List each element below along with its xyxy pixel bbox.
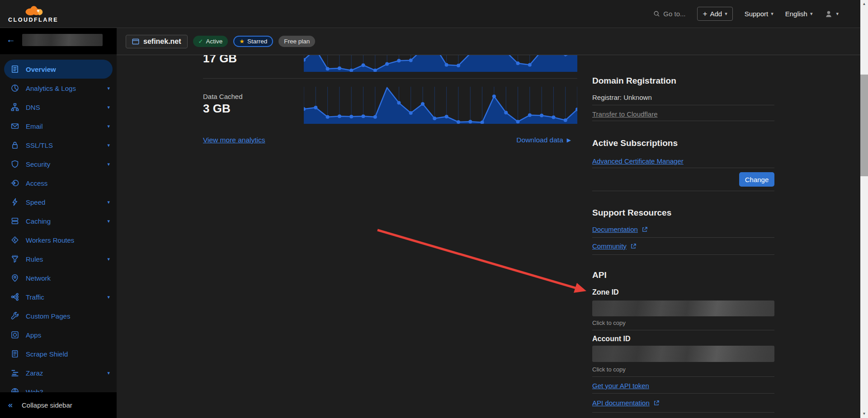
external-link-icon [642,226,648,233]
person-icon [824,10,833,18]
back-arrow-icon[interactable]: ← [6,34,15,45]
collapse-chevrons-icon: « [8,400,13,410]
community-link[interactable]: Community [592,242,637,250]
chevron-down-icon: ▾ [107,218,110,224]
advanced-certificate-manager-link[interactable]: Advanced Certificate Manager [592,157,684,165]
chevron-down-icon: ▾ [771,11,774,17]
sidebar-item-zaraz[interactable]: Zaraz▾ [0,363,117,382]
cloudflare-logo-text: CLOUDFLARE [8,17,58,23]
divider [592,191,774,191]
sidebar-item-label: Custom Pages [26,312,70,320]
account-id-label: Account ID [592,335,630,343]
funnel-icon [11,255,19,263]
sidebar-item-workers-routes[interactable]: Workers Routes [0,230,117,249]
account-menu[interactable]: ▾ [824,10,839,18]
sidebar-item-custom-pages[interactable]: Custom Pages [0,306,117,325]
sidebar-zone-header: ← [0,28,117,54]
divider [592,376,774,377]
divider [592,393,774,394]
main-content: 17 GB Data Cached 3 GB View more analyti… [117,55,860,418]
collapse-sidebar-label: Collapse sidebar [22,401,72,409]
cloudflare-logo[interactable]: CLOUDFLARE [8,5,58,23]
zone-selector[interactable]: sefinek.net [126,35,188,48]
transfer-to-cloudflare-link[interactable]: Transfer to Cloudflare [592,110,658,118]
get-api-token-link[interactable]: Get your API token [592,382,649,390]
sidebar-item-label: Overview [26,66,56,73]
view-more-analytics-link[interactable]: View more analytics [203,136,265,144]
sidebar-item-email[interactable]: Email▾ [0,117,117,136]
domain-registration-title: Domain Registration [592,76,676,86]
document-icon [11,350,19,358]
right-column: Domain Registration Registrar: Unknown T… [592,55,774,418]
branch-icon [11,293,19,301]
page-scrollbar[interactable]: ▲ ▼ [860,0,868,418]
external-link-icon [653,400,660,406]
chevron-down-icon: ▾ [725,11,727,17]
scroll-up-icon[interactable]: ▲ [860,2,868,6]
download-data-link[interactable]: Download data ▶ [516,136,571,144]
top-bar: CLOUDFLARE Go to... + Add ▾ Support ▾ En… [0,0,860,28]
sidebar-item-traffic[interactable]: Traffic▾ [0,287,117,306]
sidebar-item-rules[interactable]: Rules▾ [0,249,117,268]
sidebar-nav: OverviewAnalytics & Logs▾DNS▾Email▾SSL/T… [0,54,117,401]
data-cached-chart [304,87,577,124]
sidebar: ← OverviewAnalytics & Logs▾DNS▾Email▾SSL… [0,28,117,418]
shield-icon [11,160,19,168]
sidebar-item-analytics-logs[interactable]: Analytics & Logs▾ [0,79,117,98]
sidebar-item-label: Traffic [26,293,44,301]
sidebar-item-dns[interactable]: DNS▾ [0,98,117,117]
star-icon: ★ [239,38,245,45]
active-subscriptions-title: Active Subscriptions [592,138,678,148]
language-menu[interactable]: English ▾ [785,10,813,18]
sidebar-item-apps[interactable]: Apps [0,325,117,344]
registrar-text: Registrar: Unknown [592,94,652,101]
sidebar-item-label: Network [26,274,51,282]
divider [592,412,774,413]
zone-id-value-redacted[interactable] [592,301,774,316]
scrollbar-thumb[interactable] [860,75,868,176]
sidebar-item-label: Speed [26,198,45,206]
sidebar-item-caching[interactable]: Caching▾ [0,211,117,230]
sidebar-item-speed[interactable]: Speed▾ [0,193,117,211]
zone-domain: sefinek.net [143,38,181,46]
sidebar-item-ssl-tls[interactable]: SSL/TLS▾ [0,136,117,155]
sidebar-item-label: Scrape Shield [26,350,68,358]
support-menu[interactable]: Support ▾ [745,10,774,18]
sidebar-item-access[interactable]: Access [0,174,117,193]
go-to-search[interactable]: Go to... [653,10,685,18]
api-documentation-link[interactable]: API documentation [592,399,660,407]
sidebar-item-overview[interactable]: Overview [4,60,113,79]
add-label: Add [710,10,722,18]
access-login-icon [11,179,19,187]
sidebar-item-label: Email [26,122,43,130]
zaraz-bars-icon [11,369,19,377]
plus-icon: + [703,11,707,17]
zone-name-redacted [22,34,103,46]
wrench-icon [11,312,19,320]
sidebar-item-label: Apps [26,331,41,339]
starred-badge[interactable]: ★ Starred [233,36,273,47]
change-button[interactable]: Change [739,172,774,187]
api-title: API [592,270,607,280]
documentation-link[interactable]: Documentation [592,225,648,233]
sidebar-item-network[interactable]: Network [0,268,117,287]
divider [592,121,774,121]
divider [203,78,577,79]
sidebar-item-label: Workers Routes [26,236,74,244]
sidebar-item-label: Zaraz [26,369,43,377]
chevron-down-icon: ▾ [107,161,110,167]
sidebar-item-label: Analytics & Logs [26,85,76,92]
play-triangle-icon: ▶ [567,137,571,143]
overview-icon [11,65,19,73]
sidebar-item-scrape-shield[interactable]: Scrape Shield [0,344,117,363]
apps-icon [11,331,19,339]
sidebar-item-label: Caching [26,217,51,225]
collapse-sidebar-button[interactable]: « Collapse sidebar [0,392,117,418]
scroll-down-icon[interactable]: ▼ [860,412,868,416]
zone-id-label: Zone ID [592,288,619,296]
account-id-value-redacted[interactable] [592,346,774,362]
chevron-down-icon: ▾ [107,142,110,148]
add-button[interactable]: + Add ▾ [697,7,732,21]
check-icon: ✓ [198,38,203,45]
sidebar-item-security[interactable]: Security▾ [0,155,117,174]
